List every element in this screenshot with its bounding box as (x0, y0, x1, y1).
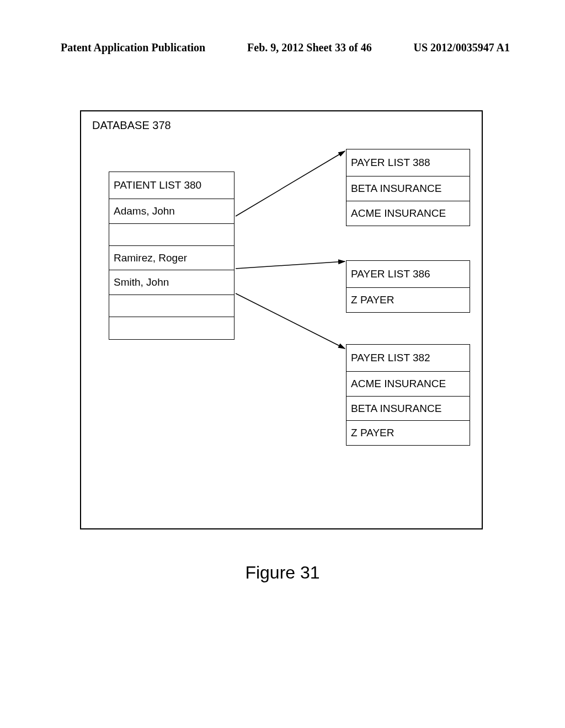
list-item (109, 295, 234, 317)
payer-list-382-box: PAYER LIST 382 ACME INSURANCE BETA INSUR… (346, 344, 470, 446)
list-item: Ramirez, Roger (109, 246, 234, 271)
svg-line-1 (236, 261, 345, 269)
database-box: DATABASE 378 PATIENT LIST 380 Adams, Joh… (80, 110, 483, 529)
database-title: DATABASE 378 (92, 119, 171, 132)
list-item: BETA INSURANCE (347, 397, 470, 421)
header-center: Feb. 9, 2012 Sheet 33 of 46 (247, 41, 372, 54)
patient-list-title: PATIENT LIST 380 (109, 172, 234, 199)
svg-line-2 (236, 293, 345, 349)
list-item: Adams, John (109, 199, 234, 224)
payer-list-382-title: PAYER LIST 382 (347, 345, 470, 372)
list-item: ACME INSURANCE (347, 372, 470, 397)
header-right: US 2012/0035947 A1 (414, 41, 510, 54)
list-item: Z PAYER (347, 288, 470, 312)
list-item: Z PAYER (347, 421, 470, 445)
header-left: Patent Application Publication (61, 41, 205, 54)
payer-list-388-title: PAYER LIST 388 (347, 149, 470, 176)
list-item (109, 224, 234, 246)
svg-line-0 (236, 151, 345, 216)
list-item (109, 317, 234, 339)
list-item: Smith, John (109, 270, 234, 295)
payer-list-386-title: PAYER LIST 386 (347, 261, 470, 288)
list-item: BETA INSURANCE (347, 176, 470, 201)
payer-list-386-box: PAYER LIST 386 Z PAYER (346, 260, 470, 313)
patient-list-box: PATIENT LIST 380 Adams, John Ramirez, Ro… (109, 172, 234, 340)
list-item: ACME INSURANCE (347, 201, 470, 226)
payer-list-388-box: PAYER LIST 388 BETA INSURANCE ACME INSUR… (346, 149, 470, 226)
page-header: Patent Application Publication Feb. 9, 2… (0, 41, 565, 54)
figure-caption: Figure 31 (0, 563, 565, 583)
